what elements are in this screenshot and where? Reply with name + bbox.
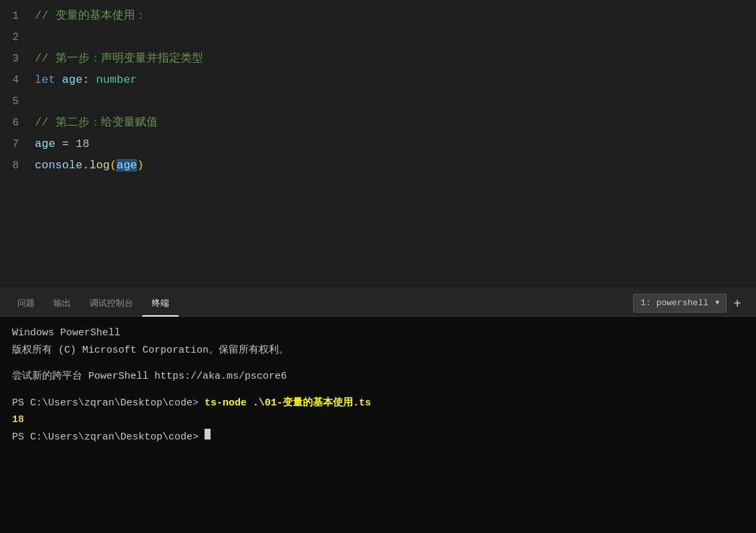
- line-number: 3: [0, 48, 35, 69]
- add-terminal-button[interactable]: +: [727, 297, 748, 310]
- line-content: console.log(age): [35, 155, 144, 176]
- terminal-profile-dropdown[interactable]: 1: powershell ▼: [633, 294, 727, 313]
- code-line: 8console.log(age): [0, 155, 756, 176]
- terminal-content[interactable]: Windows PowerShell版权所有 (C) Microsoft Cor…: [0, 317, 756, 533]
- terminal-output-line: 18: [12, 411, 744, 429]
- line-content: // 第一步：声明变量并指定类型: [35, 48, 203, 69]
- tab-issues[interactable]: 问题: [8, 290, 44, 317]
- terminal-line: 尝试新的跨平台 PowerShell https://aka.ms/pscore…: [12, 368, 744, 385]
- dropdown-label: 1: powershell: [640, 298, 708, 308]
- terminal-command-line: PS C:\Users\zqran\Desktop\code> ts-node …: [12, 395, 744, 412]
- line-number: 4: [0, 69, 35, 91]
- line-number: 5: [0, 91, 35, 112]
- code-line: 1// 变量的基本使用：: [0, 5, 756, 27]
- line-number: 8: [0, 155, 35, 176]
- terminal-line: Windows PowerShell: [12, 325, 744, 342]
- line-content: [35, 27, 41, 48]
- terminal-cursor: [205, 429, 211, 439]
- code-line: 6// 第二步：给变量赋值: [0, 112, 756, 134]
- terminal-prompt-cursor-line: PS C:\Users\zqran\Desktop\code>: [12, 429, 744, 446]
- chevron-down-icon: ▼: [715, 299, 719, 307]
- tab-debug[interactable]: 调试控制台: [80, 290, 142, 317]
- code-line: 2: [0, 27, 756, 48]
- line-content: // 第二步：给变量赋值: [35, 112, 158, 134]
- terminal-spacer: [12, 385, 744, 395]
- terminal-spacer: [12, 359, 744, 368]
- terminal-tabbar: 问题 输出 调试控制台 终端 1: powershell ▼ +: [0, 290, 756, 317]
- code-line: 7age = 18: [0, 134, 756, 155]
- code-line: 4let age: number: [0, 69, 756, 91]
- line-number: 7: [0, 134, 35, 155]
- line-number: 1: [0, 5, 35, 27]
- line-content: [35, 91, 41, 112]
- code-lines: 1// 变量的基本使用：2 3// 第一步：声明变量并指定类型4let age:…: [0, 0, 756, 182]
- code-line: 3// 第一步：声明变量并指定类型: [0, 48, 756, 69]
- terminal-panel[interactable]: 问题 输出 调试控制台 终端 1: powershell ▼ + Windows…: [0, 290, 756, 533]
- line-content: let age: number: [35, 69, 137, 91]
- code-editor[interactable]: 1// 变量的基本使用：2 3// 第一步：声明变量并指定类型4let age:…: [0, 0, 756, 287]
- line-content: // 变量的基本使用：: [35, 5, 146, 27]
- line-content: age = 18: [35, 134, 90, 155]
- terminal-line: 版权所有 (C) Microsoft Corporation。保留所有权利。: [12, 342, 744, 359]
- tab-terminal[interactable]: 终端: [142, 290, 178, 317]
- line-number: 6: [0, 112, 35, 134]
- tab-output[interactable]: 输出: [44, 290, 80, 317]
- code-line: 5: [0, 91, 756, 112]
- line-number: 2: [0, 27, 35, 48]
